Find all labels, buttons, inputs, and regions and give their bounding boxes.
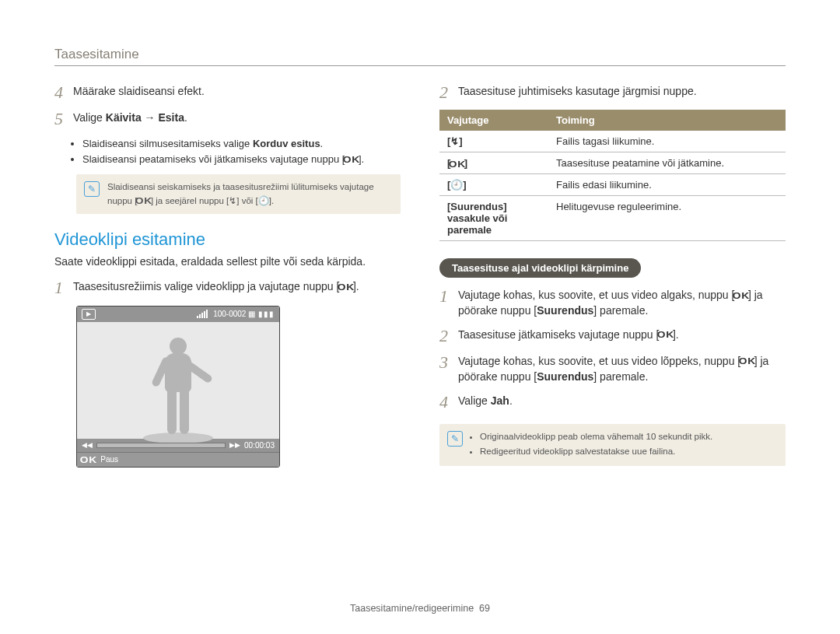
action-cell: Helitugevuse reguleerimine. xyxy=(548,196,786,241)
button-cell: [OK] xyxy=(439,152,548,174)
note-item: Redigeeritud videoklipp salvestatakse uu… xyxy=(480,445,712,458)
note-box: ✎ Originaalvideoklipp peab olema vähemal… xyxy=(439,424,786,467)
two-column-layout: 4 Määrake slaidiseansi efekt. 5 Valige K… xyxy=(54,83,786,482)
text: Valige xyxy=(458,394,491,407)
text: . xyxy=(320,138,324,149)
step-text: Taasesituse juhtimiseks kasutage järgmis… xyxy=(458,83,697,102)
trim-step-1: 1 Vajutage kohas, kus soovite, et uus vi… xyxy=(439,287,786,319)
playback-mode-icon: ▶ xyxy=(82,309,96,320)
text: ] paremale. xyxy=(593,370,648,383)
bullet-list: Slaidiseansi silmusesitamiseks valige Ko… xyxy=(76,136,401,166)
text: Slaidiseansi silmusesitamiseks valige xyxy=(82,138,253,149)
note-icon: ✎ xyxy=(84,181,100,197)
controls-table: Vajutage Toiming [↯] Failis tagasi liiku… xyxy=(439,110,786,241)
text: Slaidiseansi peatamiseks või jätkamiseks… xyxy=(82,153,345,165)
ok-button-icon: OK xyxy=(739,356,756,368)
video-top-bar: ▶ 100-0002 ▦ ▮▮▮ xyxy=(77,306,279,322)
step-text: Taasesituse jätkamiseks vajutage nuppu [… xyxy=(458,327,679,345)
progress-track xyxy=(96,443,226,448)
option-yes: Jah xyxy=(491,394,509,407)
table-row: [OK] Taasesituse peatamine või jätkamine… xyxy=(439,152,786,174)
footer-section: Taasesitamine/redigeerimine xyxy=(350,603,474,614)
flash-icon: ↯ xyxy=(450,135,459,147)
step-text: Vajutage kohas, kus soovite, et uus vide… xyxy=(458,353,786,385)
step-5: 5 Valige Käivita → Esita. xyxy=(54,110,401,128)
step-number: 2 xyxy=(439,327,458,345)
section-intro: Saate videoklippi esitada, eraldada sell… xyxy=(54,254,401,270)
forward-icon: ▶▶ xyxy=(229,441,240,449)
ok-button-icon: OK xyxy=(657,329,674,342)
button-cell: [🕘] xyxy=(439,174,548,196)
file-counter: 100-0002 xyxy=(213,310,246,318)
text: Valige xyxy=(73,111,106,124)
text: ] ja seejärel nuppu [ xyxy=(151,196,229,205)
status-right: 100-0002 ▦ ▮▮▮ xyxy=(197,310,275,318)
ok-button-icon: OK xyxy=(343,153,360,166)
text: Taasesituse jätkamiseks vajutage nuppu [ xyxy=(458,328,659,341)
video-preview-figure: ▶ 100-0002 ▦ ▮▮▮ xyxy=(76,306,278,468)
battery-icon: ▮▮▮ xyxy=(258,310,275,318)
step-number: 5 xyxy=(54,110,73,128)
step-number: 3 xyxy=(439,353,458,385)
right-column: 2 Taasesituse juhtimiseks kasutage järgm… xyxy=(439,83,786,482)
step-text: Taasesitusrežiimis valige videoklipp ja … xyxy=(73,278,359,297)
table-row: [🕘] Failis edasi liikumine. xyxy=(439,174,786,196)
note-item: Originaalvideoklipp peab olema vähemalt … xyxy=(480,430,712,443)
text: Vajutage kohas, kus soovite, et uus vide… xyxy=(458,289,734,301)
step-number: 1 xyxy=(439,287,458,319)
zoom-button: Suurendus xyxy=(537,304,593,317)
ok-button-icon: OK xyxy=(733,290,750,303)
col-header-press: Vajutage xyxy=(439,110,548,131)
option-name: Korduv esitus xyxy=(253,138,320,149)
elapsed-time: 00:00:03 xyxy=(244,441,275,450)
step-number: 4 xyxy=(439,393,458,412)
rewind-icon: ◀◀ xyxy=(82,441,93,449)
text: ] või [ xyxy=(236,196,257,205)
note-box: ✎ Slaidiseansi seiskamiseks ja taasesitu… xyxy=(76,174,401,214)
step-number: 2 xyxy=(439,83,458,102)
play-step-2: 2 Taasesituse juhtimiseks kasutage järgm… xyxy=(439,83,786,102)
trim-step-3: 3 Vajutage kohas, kus soovite, et uus vi… xyxy=(439,353,786,385)
step-text: Vajutage kohas, kus soovite, et uus vide… xyxy=(458,287,786,319)
zoom-button: Suurendus xyxy=(537,370,593,383)
volume-bars-icon xyxy=(197,310,208,318)
menu-path: Käivita → Esita xyxy=(106,111,184,124)
video-bottom-bar: OK Paus xyxy=(77,452,279,467)
ok-button-icon: OK xyxy=(449,159,466,169)
person-silhouette xyxy=(147,338,209,439)
step-text: Määrake slaidiseansi efekt. xyxy=(73,83,205,102)
timer-icon: 🕘 xyxy=(450,179,463,191)
flash-icon: ↯ xyxy=(229,196,236,205)
left-column: 4 Määrake slaidiseansi efekt. 5 Valige K… xyxy=(54,83,401,482)
col-header-action: Toiming xyxy=(548,110,786,131)
page-number: 69 xyxy=(479,603,490,614)
table-header-row: Vajutage Toiming xyxy=(439,110,786,131)
step-text: Valige Jah. xyxy=(458,393,513,412)
step-number: 1 xyxy=(54,278,73,297)
video-content xyxy=(77,322,279,439)
trim-step-2: 2 Taasesituse jätkamiseks vajutage nuppu… xyxy=(439,327,786,345)
ok-button-icon: OK xyxy=(338,282,355,294)
note-icon: ✎ xyxy=(447,431,463,447)
step-number: 4 xyxy=(54,83,73,102)
text: . xyxy=(184,111,187,124)
text: ] paremale. xyxy=(593,304,648,317)
step-4: 4 Määrake slaidiseansi efekt. xyxy=(54,83,401,102)
action-cell: Taasesituse peatamine või jätkamine. xyxy=(548,152,786,174)
ok-action-label: Paus xyxy=(100,455,118,464)
play-step-1: 1 Taasesitusrežiimis valige videoklipp j… xyxy=(54,278,401,297)
text: Taasesitusrežiimis valige videoklipp ja … xyxy=(73,280,339,292)
action-cell: Failis edasi liikumine. xyxy=(548,174,786,196)
trim-step-4: 4 Valige Jah. xyxy=(439,393,786,412)
text: . xyxy=(509,394,513,407)
ok-button-icon: OK xyxy=(135,194,152,208)
text: ]. xyxy=(269,196,274,205)
page: Taasesitamine 4 Määrake slaidiseansi efe… xyxy=(0,0,840,634)
page-footer: Taasesitamine/redigeerimine 69 xyxy=(0,603,840,614)
timer-icon: 🕘 xyxy=(258,196,269,205)
action-cell: Failis tagasi liikumine. xyxy=(548,131,786,152)
video-preview-frame: ▶ 100-0002 ▦ ▮▮▮ xyxy=(76,306,280,468)
ok-button-icon: OK xyxy=(80,455,97,464)
button-cell: [↯] xyxy=(439,131,548,152)
page-header: Taasesitamine xyxy=(54,47,786,66)
